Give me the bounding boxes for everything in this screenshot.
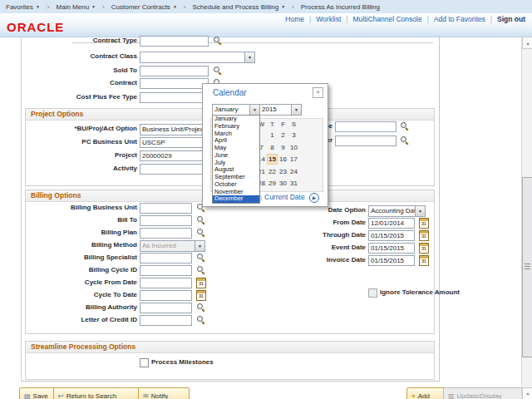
chevron-down-icon[interactable]: ▼: [173, 4, 177, 9]
calendar-prompt-icon[interactable]: [419, 218, 429, 229]
calendar-prompt-icon[interactable]: [419, 255, 429, 266]
input-sold-to[interactable]: [140, 66, 209, 76]
month-select[interactable]: January▼: [212, 104, 260, 116]
calendar-day-10[interactable]: 10: [288, 142, 299, 153]
input-cycle-from-date[interactable]: [140, 278, 192, 288]
input-through-date[interactable]: 01/15/2015: [368, 230, 415, 241]
input-project-type[interactable]: [335, 121, 397, 132]
calendar-prompt-icon[interactable]: [196, 290, 206, 301]
calendar-day-24[interactable]: 24: [288, 166, 299, 177]
notify-button[interactable]: ✉ Notify: [138, 387, 190, 399]
input-letter-of-credit-id[interactable]: [140, 315, 192, 326]
label-billing-plan: Billing Plan: [17, 228, 137, 238]
month-option-february[interactable]: February: [213, 123, 259, 131]
calendar-day-16[interactable]: 16: [278, 154, 288, 165]
input-bill-to[interactable]: [140, 215, 192, 226]
input-contract-type[interactable]: [140, 36, 209, 47]
chevron-down-icon[interactable]: ▼: [415, 206, 425, 216]
input-contract[interactable]: [140, 78, 209, 89]
header-link-worklist[interactable]: Worklist: [316, 15, 341, 23]
input-cost-plus-fee-type[interactable]: [140, 92, 209, 103]
input-event-date[interactable]: 01/15/2015: [368, 243, 415, 254]
month-option-july[interactable]: July: [213, 160, 259, 167]
current-date-link[interactable]: Current Date: [264, 193, 305, 201]
input-project-manager[interactable]: [335, 135, 397, 146]
month-option-october[interactable]: October: [213, 181, 259, 189]
magnifier-icon[interactable]: [400, 121, 409, 131]
month-option-june[interactable]: June: [213, 152, 259, 160]
calendar-day-31[interactable]: 31: [288, 178, 299, 189]
calendar-day-17[interactable]: 17: [288, 154, 299, 165]
month-option-january[interactable]: January: [213, 116, 259, 123]
scroll-down-icon[interactable]: ▼: [522, 387, 532, 399]
month-option-november[interactable]: November: [213, 189, 259, 196]
month-option-march[interactable]: March: [213, 131, 259, 138]
header-link-sign-out[interactable]: Sign out: [497, 15, 525, 23]
year-select[interactable]: 2015▼: [259, 104, 302, 116]
calendar-day-23[interactable]: 23: [278, 166, 288, 177]
input-project[interactable]: 20000029: [140, 150, 209, 161]
calendar-day-29[interactable]: 29: [267, 178, 278, 189]
input-billing-authority[interactable]: [140, 303, 192, 313]
header-link-add-to-favorites[interactable]: Add to Favorites: [434, 15, 485, 23]
calendar-prompt-icon[interactable]: [419, 243, 429, 254]
breadcrumb-item-main-menu[interactable]: Main Menu▼: [51, 0, 102, 13]
chevron-down-icon[interactable]: ▼: [291, 105, 301, 115]
magnifier-icon[interactable]: [196, 303, 205, 312]
calendar-day-1[interactable]: 1: [267, 130, 278, 140]
chevron-down-icon[interactable]: ▼: [91, 4, 96, 9]
magnifier-icon[interactable]: [196, 315, 205, 324]
close-icon[interactable]: ×: [313, 87, 323, 98]
breadcrumb-item-process-as-incurred-billing[interactable]: Process As Incurred Billing: [295, 0, 386, 13]
magnifier-icon[interactable]: [213, 66, 222, 75]
return-to-search-button[interactable]: ↩ Return to Search: [53, 387, 143, 399]
header-link-home[interactable]: Home: [285, 15, 304, 23]
calendar-day-22[interactable]: 22: [267, 166, 278, 177]
label-through-date: Through Date: [283, 230, 366, 240]
magnifier-icon[interactable]: [400, 135, 409, 145]
calendar-day-3[interactable]: 3: [288, 130, 299, 140]
breadcrumb-item-schedule-and-process-billing[interactable]: Schedule and Process Billing▼: [187, 0, 292, 13]
input-billing-specialist[interactable]: [140, 253, 192, 264]
header-link-multichannel-console[interactable]: MultiChannel Console: [353, 15, 422, 23]
calendar-day-selected-15[interactable]: 15: [267, 154, 278, 165]
current-date-go-icon[interactable]: ▶: [309, 193, 319, 203]
select-contract-class[interactable]: ▼: [140, 52, 255, 63]
magnifier-icon[interactable]: [196, 228, 205, 237]
select-date-option[interactable]: Accounting Date▼: [368, 205, 426, 217]
chevron-down-icon[interactable]: ▼: [281, 4, 285, 9]
breadcrumb-item-customer-contracts[interactable]: Customer Contracts▼: [106, 0, 183, 13]
month-option-september[interactable]: September: [213, 174, 259, 181]
month-option-december[interactable]: December: [213, 195, 259, 203]
month-option-august[interactable]: August: [213, 166, 259, 174]
process-milestones-checkbox[interactable]: [140, 358, 149, 367]
breadcrumb-item-favorites[interactable]: Favorites▼: [0, 0, 46, 13]
input-from-date[interactable]: 12/01/2014: [368, 218, 415, 229]
input-cycle-to-date[interactable]: [140, 290, 192, 301]
chevron-down-icon[interactable]: ▼: [244, 52, 254, 62]
magnifier-icon[interactable]: [196, 253, 205, 262]
input-invoice-date[interactable]: 01/15/2015: [368, 255, 415, 266]
calendar-day-9[interactable]: 9: [278, 142, 288, 153]
month-option-april[interactable]: April: [213, 137, 259, 145]
scrollbar-thumb[interactable]: [522, 177, 532, 357]
magnifier-icon[interactable]: [213, 36, 222, 45]
calendar-day-30[interactable]: 30: [278, 178, 288, 189]
magnifier-icon[interactable]: [196, 265, 205, 274]
magnifier-icon[interactable]: [196, 215, 205, 224]
calendar-prompt-icon[interactable]: [196, 278, 206, 288]
chevron-down-icon[interactable]: ▼: [36, 4, 40, 9]
add-button[interactable]: + Add: [406, 387, 448, 399]
vertical-scrollbar[interactable]: ▲ ▼: [521, 37, 532, 399]
input-billing-business-unit[interactable]: [140, 203, 192, 214]
calendar-day-8[interactable]: 8: [267, 142, 278, 153]
calendar-prompt-icon[interactable]: [419, 230, 429, 241]
input-billing-cycle-id[interactable]: [140, 265, 192, 276]
month-option-may[interactable]: May: [213, 145, 259, 152]
input-pc-business-unit[interactable]: USCSP: [140, 137, 209, 148]
calendar-day-2[interactable]: 2: [278, 130, 288, 140]
input-billing-plan[interactable]: [140, 228, 192, 239]
input-activity[interactable]: [140, 164, 209, 175]
chevron-down-icon[interactable]: ▼: [249, 105, 259, 115]
scroll-up-icon[interactable]: ▲: [522, 37, 532, 49]
